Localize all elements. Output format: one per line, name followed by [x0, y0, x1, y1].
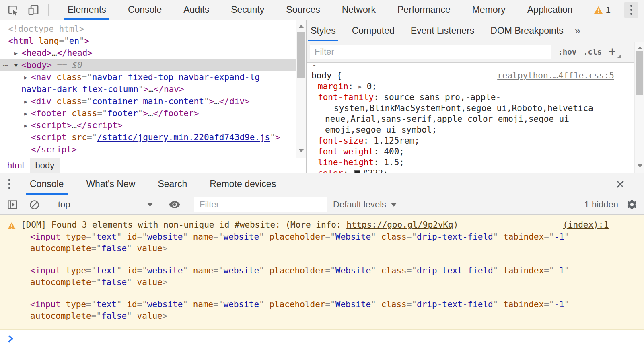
tab-styles[interactable]: Styles — [308, 20, 338, 41]
console-settings-gear-icon[interactable] — [626, 199, 638, 210]
code-token: : — [343, 168, 353, 173]
console-logged-element[interactable]: <input type="text" id="website" name="we… — [0, 231, 644, 254]
color-swatch[interactable] — [354, 170, 360, 173]
dom-tree-row[interactable]: ▶<nav class="navbar fixed-top navbar-exp… — [0, 71, 306, 83]
breadcrumb-html[interactable]: html — [2, 158, 30, 173]
css-declaration[interactable]: emoji,segoe ui symbol; — [307, 125, 644, 135]
css-declaration[interactable]: system,BlinkMacSystemFont,segoe ui,Robot… — [307, 103, 644, 114]
styles-scrollbar[interactable] — [634, 42, 644, 173]
toggle-element-state-button[interactable]: :hov — [558, 47, 576, 56]
tab-console[interactable]: Console — [125, 0, 165, 20]
tab-audits[interactable]: Audits — [180, 0, 212, 20]
warning-badge[interactable]: 1 — [594, 5, 611, 15]
code-token: … — [148, 109, 153, 118]
log-levels-select[interactable]: Default levels — [333, 199, 397, 210]
element-classes-button[interactable]: .cls — [583, 47, 602, 56]
dom-tree-row[interactable]: ▶<script>…</script> — [0, 119, 306, 131]
dom-tree: <!doctype html><html lang="en">▶<head>…<… — [0, 20, 306, 158]
scrollbar-thumb[interactable] — [297, 32, 305, 78]
more-tabs-chevron[interactable]: » — [572, 20, 584, 41]
dom-tree-row[interactable]: <!doctype html> — [0, 23, 306, 35]
tab-sources[interactable]: Sources — [283, 0, 323, 20]
code-token: " — [117, 299, 127, 309]
code-token: [DOM] Found 3 elements with non-unique i… — [21, 220, 346, 230]
scrollbar-thumb[interactable] — [636, 51, 643, 95]
clear-console-icon[interactable] — [29, 199, 40, 210]
tab-memory[interactable]: Memory — [469, 0, 509, 20]
scroll-up-arrow[interactable] — [299, 25, 304, 28]
code-token: system,BlinkMacSystemFont,segoe ui,Robot… — [334, 103, 593, 113]
code-token: placeholder — [269, 232, 325, 242]
tab-performance[interactable]: Performance — [394, 0, 454, 20]
css-rules-pane: - body { realpython.…4ff1e.css:5 margin:… — [307, 63, 644, 173]
css-declaration[interactable]: font-size: 1.125rem; — [307, 135, 644, 146]
code-token: == — [52, 60, 72, 70]
css-declaration[interactable]: line-height: 1.5; — [307, 157, 644, 168]
console-sidebar-toggle-icon[interactable] — [6, 199, 19, 211]
expand-arrow-icon[interactable]: ▶ — [24, 120, 31, 132]
link[interactable]: /static/jquery.min.220afd743d9e.js — [97, 133, 270, 142]
scroll-up-arrow[interactable] — [638, 46, 642, 49]
css-selector[interactable]: body { — [311, 70, 342, 81]
expand-arrow-icon[interactable]: ▶ — [24, 108, 31, 120]
device-toolbar-icon[interactable] — [27, 3, 40, 17]
console-logged-element[interactable]: <input type="text" id="website" name="we… — [0, 299, 644, 322]
javascript-context-select[interactable]: top — [55, 199, 156, 210]
expand-arrow-icon[interactable]: ▶ — [24, 72, 31, 84]
stylesheet-source-link[interactable]: realpython.…4ff1e.css:5 — [497, 70, 614, 81]
css-declaration[interactable]: neue,Arial,sans-serif,apple color emoji,… — [307, 114, 644, 125]
css-declaration[interactable]: font-family: source sans pro,-apple- — [307, 92, 644, 103]
breadcrumb-body[interactable]: body — [30, 158, 60, 173]
tab-network[interactable]: Network — [339, 0, 379, 20]
dom-tree-row[interactable]: navbar-dark flex-column">…</nav> — [0, 83, 306, 95]
close-drawer-button[interactable] — [616, 180, 625, 189]
expand-arrow-icon[interactable]: ▶ — [14, 47, 21, 59]
tab-what-s-new[interactable]: What's New — [82, 173, 139, 195]
inspect-element-icon[interactable] — [6, 4, 19, 16]
tab-dom-breakpoints[interactable]: DOM Breakpoints — [488, 20, 566, 41]
drawer-menu-button[interactable] — [0, 179, 19, 189]
dom-tree-row[interactable]: …▼<body> == $0 — [0, 59, 306, 71]
code-token: =" — [91, 311, 101, 321]
console-logged-element[interactable]: <input type="text" id="website" name="we… — [0, 265, 644, 288]
css-declaration[interactable]: color: #222; — [307, 168, 644, 173]
devtools-menu-button[interactable] — [624, 2, 638, 18]
live-expression-eye-icon[interactable] — [169, 199, 181, 211]
dom-tree-row[interactable]: <html lang="en"> — [0, 35, 306, 47]
tab-event-listeners[interactable]: Event Listeners — [408, 20, 477, 41]
scroll-down-arrow[interactable] — [299, 149, 304, 152]
console-prompt[interactable] — [0, 330, 644, 343]
css-declaration[interactable]: margin: ▶ 0; — [307, 81, 644, 92]
tab-search[interactable]: Search — [154, 173, 191, 195]
tab-security[interactable]: Security — [228, 0, 267, 20]
tab-elements[interactable]: Elements — [64, 0, 109, 20]
code-token: > — [143, 84, 148, 94]
tab-remote-devices[interactable]: Remote devices — [206, 173, 280, 195]
code-token: value — [137, 244, 163, 253]
devtools-window: ElementsConsoleAuditsSecuritySourcesNetw… — [0, 0, 644, 361]
styles-filter-input[interactable] — [310, 45, 551, 59]
code-token: <html — [8, 36, 39, 46]
expand-arrow-icon[interactable]: ▶ — [24, 96, 31, 108]
hidden-elements-ellipsis[interactable]: … — [3, 57, 8, 70]
link[interactable]: https://goo.gl/9p2vKq — [346, 220, 453, 230]
tab-computed[interactable]: Computed — [350, 20, 397, 41]
css-declaration[interactable]: font-weight: 400; — [307, 146, 644, 157]
tab-application[interactable]: Application — [524, 0, 576, 20]
dom-tree-row[interactable]: ▶<head>…</head> — [0, 47, 306, 59]
css-rule[interactable]: body { realpython.…4ff1e.css:5 margin: ▶… — [307, 68, 644, 173]
scroll-down-arrow[interactable] — [638, 164, 642, 168]
console-filter-input[interactable] — [194, 197, 327, 212]
tab-console[interactable]: Console — [26, 173, 68, 195]
elements-scrollbar[interactable] — [296, 20, 306, 158]
dom-tree-row[interactable]: ▶<footer class="footer">…</footer> — [0, 107, 306, 119]
warning-message-row[interactable]: [DOM] Found 3 elements with non-unique i… — [0, 218, 644, 231]
dom-tree-row[interactable]: <script src="/static/jquery.min.220afd74… — [0, 131, 306, 144]
message-source-link[interactable]: (index):1 — [563, 219, 609, 231]
code-token: tabindex — [503, 232, 544, 242]
new-style-rule-button[interactable]: + — [609, 48, 619, 56]
dom-tree-row[interactable]: </script> — [0, 144, 306, 156]
code-token: type — [66, 299, 86, 309]
collapse-arrow-icon[interactable]: ▼ — [14, 59, 21, 72]
dom-tree-row[interactable]: ▶<div class="container main-content">…</… — [0, 95, 306, 107]
